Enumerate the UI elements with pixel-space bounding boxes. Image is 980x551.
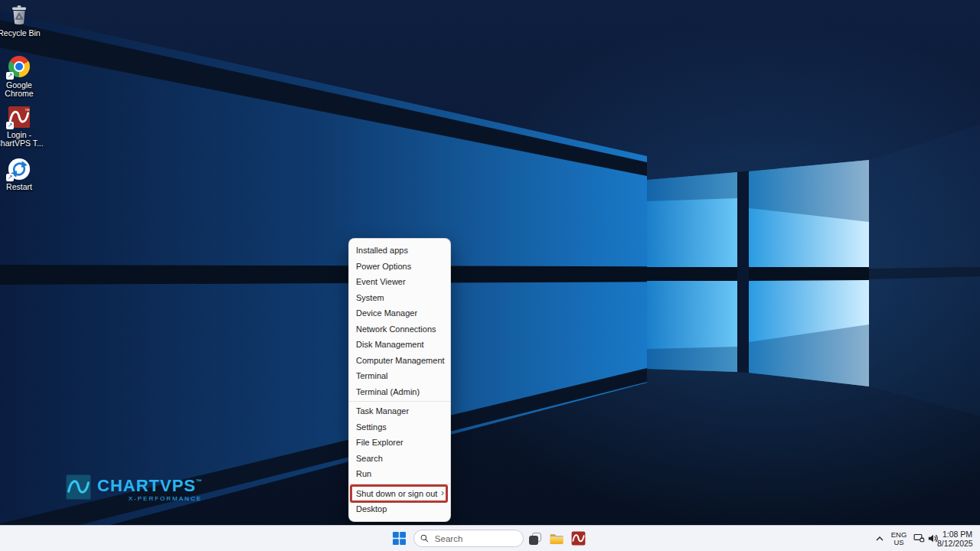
folder-icon [549, 531, 564, 546]
desktop-icon-login-chartvps[interactable]: TM ↗ Login - ChartVPS T... [0, 106, 44, 148]
menu-item-run[interactable]: Run [349, 466, 450, 482]
menu-item-task-manager[interactable]: Task Manager [349, 403, 450, 419]
chartvps-brand-logo: CHARTVPS™ X-PERFORMANCE [66, 473, 202, 502]
menu-item-power-options[interactable]: Power Options [349, 259, 450, 275]
language-region: US [891, 539, 907, 546]
brand-name: CHARTVPS™ [97, 473, 202, 495]
chartvps-app-icon [571, 531, 586, 546]
windows-logo-icon [393, 532, 406, 545]
tray-clock[interactable]: 1:08 PM 8/12/2025 [937, 526, 972, 551]
task-view-icon [528, 532, 542, 546]
desktop-icon-google-chrome[interactable]: ↗ Google Chrome [0, 55, 44, 98]
desktop-icon-label: Google Chrome [0, 81, 44, 98]
chartvps-app-button[interactable] [565, 526, 591, 551]
taskbar: ENG US 1:08 PM 8/12/2025 [0, 525, 980, 551]
chartvps-logo-icon [66, 474, 91, 500]
desktop-icon-label: Login - ChartVPS T... [0, 131, 44, 148]
clock-time: 1:08 PM [937, 530, 972, 539]
menu-item-terminal[interactable]: Terminal [349, 368, 450, 384]
desktop-icon-label: Recycle Bin [0, 29, 44, 37]
shortcut-arrow-icon: ↗ [6, 122, 14, 129]
brand-tagline: X-PERFORMANCE [97, 495, 202, 502]
chevron-up-icon [875, 535, 884, 543]
desktop-icon-restart[interactable]: ↗ Restart [0, 158, 44, 191]
desktop-screen: Recycle Bin ↗ Google Chrome TM ↗ Login -… [0, 0, 980, 551]
chrome-icon: ↗ [8, 56, 31, 79]
wallpaper-windows-hero [0, 0, 980, 551]
start-button[interactable] [386, 526, 412, 551]
desktop-icon-label: Restart [0, 183, 44, 191]
menu-item-system[interactable]: System [349, 290, 450, 306]
menu-item-device-manager[interactable]: Device Manager [349, 305, 450, 321]
menu-item-file-explorer[interactable]: File Explorer [349, 435, 450, 451]
menu-item-search[interactable]: Search [349, 451, 450, 467]
menu-item-shut-down-or-sign-out[interactable]: Shut down or sign out › [349, 486, 450, 502]
menu-item-computer-management[interactable]: Computer Management [349, 353, 450, 369]
menu-item-disk-management[interactable]: Disk Management [349, 337, 450, 353]
tray-show-hidden-icons[interactable] [873, 526, 887, 551]
menu-item-desktop[interactable]: Desktop [349, 501, 450, 517]
menu-item-installed-apps[interactable]: Installed apps [349, 243, 450, 259]
clock-date: 8/12/2025 [937, 539, 972, 548]
winx-context-menu: Installed apps Power Options Event Viewe… [348, 238, 451, 522]
tray-language-indicator[interactable]: ENG US [888, 526, 910, 551]
chartvps-login-icon: TM ↗ [8, 106, 31, 129]
menu-separator [349, 484, 450, 484]
menu-item-settings[interactable]: Settings [349, 419, 450, 435]
ethernet-network-icon [913, 533, 925, 544]
taskbar-search[interactable] [413, 526, 524, 551]
search-input[interactable] [433, 533, 517, 544]
desktop-icon-recycle-bin[interactable]: Recycle Bin [0, 4, 44, 37]
search-icon [420, 533, 429, 543]
menu-item-terminal-admin[interactable]: Terminal (Admin) [349, 384, 450, 400]
menu-separator [349, 401, 450, 402]
svg-text:TM: TM [25, 108, 31, 112]
shortcut-arrow-icon: ↗ [6, 72, 14, 80]
menu-item-network-connections[interactable]: Network Connections [349, 321, 450, 337]
restart-icon: ↗ [8, 158, 31, 181]
recycle-bin-icon [8, 4, 31, 27]
submenu-chevron-icon: › [441, 487, 444, 498]
brand-trademark: ™ [196, 478, 202, 485]
tray-network-button[interactable] [911, 526, 926, 551]
shortcut-arrow-icon: ↗ [6, 174, 14, 181]
menu-item-event-viewer[interactable]: Event Viewer [349, 274, 450, 290]
